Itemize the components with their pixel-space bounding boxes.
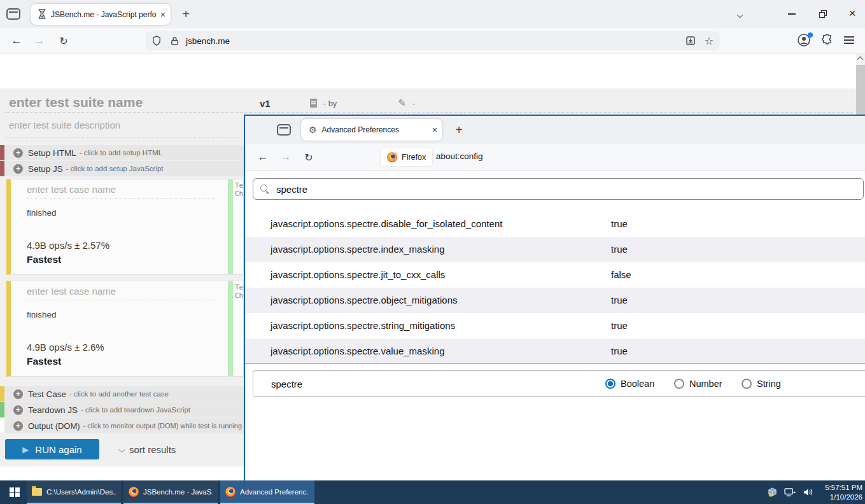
fastest-badge: Fastest: [27, 356, 61, 367]
document-icon: [310, 99, 317, 108]
outer-tab-title: JSBench.me - JavaScript perform: [51, 10, 157, 19]
type-radio-number[interactable]: Number: [674, 379, 722, 389]
url-bar[interactable]: jsbench.me ☆: [145, 31, 720, 50]
code-editor-fragment[interactable]: Tes Che: [235, 181, 244, 198]
gear-icon: ⚙: [309, 125, 317, 135]
inner-forward-button[interactable]: →: [276, 144, 296, 171]
play-icon: ▶: [22, 445, 29, 454]
menu-hamburger-icon[interactable]: [844, 36, 854, 45]
network-tray-icon[interactable]: [784, 487, 796, 497]
inner-tab-close-icon[interactable]: ×: [432, 125, 437, 135]
firefox-logo-icon: [387, 152, 397, 162]
virtualbox-tray-icon[interactable]: [767, 487, 778, 498]
lock-icon[interactable]: [169, 36, 179, 46]
start-button[interactable]: [0, 480, 29, 504]
window-close-button[interactable]: ×: [844, 5, 861, 22]
volume-tray-icon[interactable]: [803, 487, 813, 497]
setup-html-row[interactable]: + Setup HTML - click to add setup HTML: [0, 145, 244, 160]
taskbar-item-jsbench[interactable]: JSBench.me - JavaS...: [123, 480, 218, 504]
test-case-status: finished: [27, 310, 57, 319]
inner-tab-bar: ⚙ Advanced Preferences × +: [245, 116, 865, 144]
jsbench-header: JSBench.Me ▶ Run Please login/register t…: [0, 53, 865, 88]
new-pref-name: spectre: [271, 379, 302, 389]
inner-tab[interactable]: ⚙ Advanced Preferences ×: [301, 119, 442, 141]
account-icon[interactable]: [797, 33, 812, 48]
inner-firefox-window: ⚙ Advanced Preferences × + ← → ↻ Firefox…: [244, 115, 865, 480]
radio-selected-icon[interactable]: [605, 379, 615, 389]
suite-description-input[interactable]: enter test suite description: [9, 120, 120, 130]
add-pref-row: spectre Boolean Number String: [253, 370, 865, 397]
run-again-button[interactable]: ▶ RUN again: [5, 439, 99, 459]
about-config-page: spectre javascript.options.spectre.disab…: [245, 171, 865, 480]
inner-new-tab-button[interactable]: +: [450, 121, 468, 139]
forward-button[interactable]: →: [29, 28, 50, 53]
reload-button[interactable]: ↻: [53, 28, 74, 53]
firefox-view-icon[interactable]: [277, 124, 291, 136]
inner-reload-button[interactable]: ↻: [299, 144, 319, 171]
suite-version: v1: [260, 98, 271, 109]
add-test-case-row[interactable]: + Test Case - click to add another test …: [0, 386, 244, 402]
radio-icon[interactable]: [674, 379, 684, 389]
radio-icon[interactable]: [742, 379, 752, 389]
folder-icon: [32, 488, 42, 496]
taskbar-item-advanced-preferences[interactable]: Advanced Preferenc...: [220, 480, 314, 504]
outer-new-tab-button[interactable]: +: [177, 5, 195, 23]
test-case-result: 4.9B ops/s ± 2.57%: [27, 240, 109, 251]
shield-icon[interactable]: [151, 36, 162, 46]
notification-dot: [808, 32, 813, 38]
suite-name-input[interactable]: enter test suite name: [9, 95, 143, 110]
inner-url-text[interactable]: about:config: [436, 151, 483, 161]
firefox-search-chip[interactable]: Firefox: [381, 148, 432, 166]
taskbar-clock[interactable]: 5:57:51 PM 1/10/2026: [815, 483, 862, 501]
clock-date: 1/10/2026: [815, 493, 862, 502]
plus-circle-icon: +: [13, 148, 23, 158]
type-radio-string[interactable]: String: [742, 379, 781, 389]
inner-back-button[interactable]: ←: [253, 144, 273, 171]
pref-row[interactable]: javascript.options.spectre.string_mitiga…: [245, 313, 865, 339]
fastest-badge: Fastest: [27, 254, 61, 265]
system-tray: [767, 480, 813, 504]
test-case-name-input[interactable]: enter test case name: [27, 286, 116, 297]
test-case-status: finished: [27, 208, 57, 218]
inner-tab-title: Advanced Preferences: [322, 125, 428, 134]
pref-row[interactable]: javascript.options.spectre.object_mitiga…: [245, 288, 865, 313]
output-dom-row[interactable]: + Output (DOM) - click to monitor output…: [0, 418, 244, 433]
outer-tab-close-icon[interactable]: ×: [160, 10, 165, 20]
scroll-up-arrow-icon[interactable]: [857, 57, 864, 63]
firefox-icon: [225, 487, 236, 497]
code-editor-fragment[interactable]: Tes Che: [235, 283, 244, 300]
test-case-name-input[interactable]: enter test case name: [27, 184, 116, 195]
plus-circle-icon: +: [13, 389, 23, 399]
search-icon: [260, 184, 270, 194]
bookmark-star-icon[interactable]: ☆: [705, 35, 714, 47]
firefox-view-icon[interactable]: [6, 8, 20, 20]
save-page-icon[interactable]: [686, 36, 696, 46]
suite-name-underline: [5, 112, 853, 113]
config-search-input[interactable]: spectre: [253, 178, 864, 200]
edited-label: -: [412, 99, 415, 108]
teardown-js-row[interactable]: + Teardown JS - click to add teardown Ja…: [0, 402, 244, 417]
test-case-name-underline: [27, 198, 215, 199]
pref-table: javascript.options.spectre.disable_for_i…: [245, 211, 865, 364]
taskbar-item-explorer[interactable]: C:\Users\Admin\Des...: [27, 480, 121, 504]
code-editor-strip: [228, 281, 233, 376]
type-radio-boolean[interactable]: Boolean: [605, 379, 654, 389]
setup-js-row[interactable]: + Setup JS - click to add setup JavaScri…: [0, 161, 244, 176]
config-search-value: spectre: [276, 184, 307, 195]
windows-logo-icon: [10, 487, 20, 498]
pencil-icon[interactable]: ✎: [398, 97, 406, 109]
outer-tab[interactable]: JSBench.me - JavaScript perform ×: [31, 4, 171, 25]
pref-row[interactable]: javascript.options.spectre.disable_for_i…: [245, 211, 865, 237]
tab-list-chevron-icon[interactable]: [732, 8, 747, 22]
sort-results-button[interactable]: sort results: [120, 444, 176, 455]
taskbar: C:\Users\Admin\Des... JSBench.me - JavaS…: [0, 480, 865, 504]
pref-row[interactable]: javascript.options.spectre.value_masking…: [245, 339, 865, 364]
pref-row[interactable]: javascript.options.spectre.jit_to_cxx_ca…: [245, 262, 865, 288]
scrollbar-thumb[interactable]: [856, 65, 865, 115]
back-button[interactable]: ←: [6, 28, 27, 53]
extensions-puzzle-icon[interactable]: [821, 34, 833, 46]
pref-row[interactable]: javascript.options.spectre.index_masking…: [245, 237, 865, 262]
page-scrollbar[interactable]: [856, 54, 865, 115]
window-minimize-button[interactable]: [784, 6, 799, 22]
window-restore-button[interactable]: [815, 6, 830, 22]
